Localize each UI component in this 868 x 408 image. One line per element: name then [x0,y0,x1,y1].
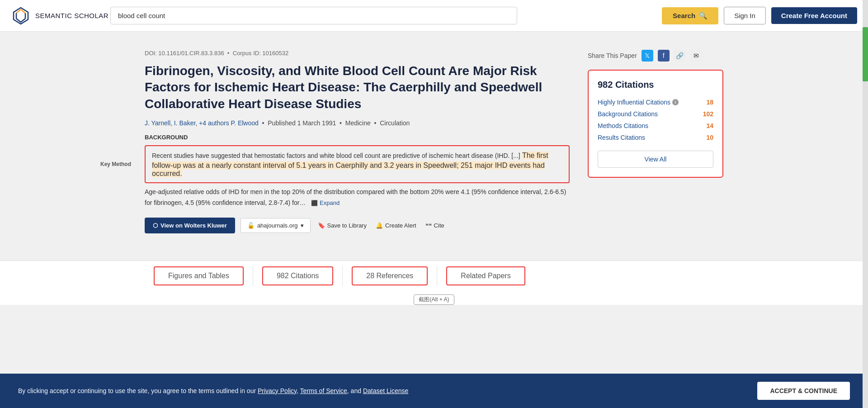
results-citations-count: 10 [706,134,713,141]
background-citations-count: 102 [703,110,713,118]
tab-divider-1 [253,266,253,286]
influential-citations-count: 18 [706,99,713,106]
key-method-box: Key Method Recent studies have suggested… [145,145,570,183]
header-actions: Search 🔍 Sign In Create Free Account [662,7,857,24]
action-buttons: ⬡ View on Wolters Kluwer 🔓 ahajournals.o… [145,218,570,233]
screenshot-annotation: 截图(Alt + A) [0,294,868,305]
scrollbar-thumb[interactable] [863,27,868,81]
citation-row-methods: Methods Citations 14 [598,120,713,132]
paper-right: Share This Paper 𝕏 f 🔗 ✉ 982 Citations H… [588,50,723,233]
background-citations-label[interactable]: Background Citations [598,110,658,118]
create-account-button[interactable]: Create Free Account [771,7,857,24]
search-bar-wrapper [110,7,662,24]
view-on-wolters-button[interactable]: ⬡ View on Wolters Kluwer [145,218,235,233]
chevron-down-icon[interactable]: ▾ [301,222,304,229]
facebook-share-icon[interactable]: f [658,50,670,62]
abstract-after: Age-adjusted relative odds of IHD for me… [145,187,570,209]
key-method-label: Key Method [100,161,131,167]
signin-button[interactable]: Sign In [724,7,766,24]
citation-row-background: Background Citations 102 [598,108,713,120]
tabs-container: Figures and Tables 982 Citations 28 Refe… [118,261,750,291]
author-baker[interactable]: I. Baker [174,119,195,127]
tab-divider-3 [437,266,437,286]
info-icon[interactable]: i [672,99,679,105]
search-icon: 🔍 [699,12,708,20]
tab-references[interactable]: 28 References [352,266,428,285]
citations-card: 982 Citations Highly Influential Citatio… [588,70,723,178]
main-content: DOI: 10.1161/01.CIR.83.3.836 • Corpus ID… [118,32,750,242]
logo-icon [11,6,31,26]
paper-title: Fibrinogen, Viscosity, and White Blood C… [145,63,570,112]
results-citations-label[interactable]: Results Citations [598,134,645,141]
logo-text: SEMANTIC SCHOLAR [35,12,108,19]
expand-link[interactable]: ⬛ Expand [311,198,340,208]
journal-button[interactable]: 🔓 ahajournals.org ▾ [241,218,311,233]
tab-divider-2 [342,266,343,286]
tab-citations[interactable]: 982 Citations [262,266,333,285]
external-link-icon: ⬡ [153,222,158,229]
search-button[interactable]: Search 🔍 [662,7,718,24]
search-input[interactable] [110,7,517,24]
methods-citations-count: 14 [706,122,713,129]
authors-line: J. Yarnell, I. Baker, +4 authors P. Elwo… [145,119,570,127]
citation-row-results: Results Citations 10 [598,132,713,143]
scrollbar[interactable] [863,0,868,305]
twitter-share-icon[interactable]: 𝕏 [642,50,653,62]
influential-citations-label[interactable]: Highly Influential Citations i [598,99,679,106]
tab-figures-tables[interactable]: Figures and Tables [154,266,244,285]
citation-row-influential: Highly Influential Citations i 18 [598,96,713,108]
logo-area: SEMANTIC SCHOLAR [11,6,110,26]
save-to-library-button[interactable]: 🔖 Save to Library [316,218,368,232]
paper-left: DOI: 10.1161/01.CIR.83.3.836 • Corpus ID… [145,50,570,233]
section-label: BACKGROUND [145,134,570,141]
methods-citations-label[interactable]: Methods Citations [598,122,648,129]
doi-line: DOI: 10.1161/01.CIR.83.3.836 • Corpus ID… [145,50,570,57]
view-all-button[interactable]: View All [598,151,713,168]
author-yarnell[interactable]: J. Yarnell [145,119,170,127]
link-share-icon[interactable]: 🔗 [674,50,686,62]
header: SEMANTIC SCHOLAR Search 🔍 Sign In Create… [0,0,868,32]
lock-icon: 🔓 [247,222,255,229]
annotation-box: 截图(Alt + A) [414,294,454,305]
share-area: Share This Paper 𝕏 f 🔗 ✉ [588,50,723,62]
tabs-section: Figures and Tables 982 Citations 28 Refe… [0,261,868,305]
tab-related-papers[interactable]: Related Papers [446,266,525,285]
cite-icon: ❝❝ [425,222,432,229]
author-elwood[interactable]: P. Elwood [231,119,259,127]
author-more[interactable]: +4 authors [199,119,229,127]
bookmark-icon: 🔖 [318,222,325,229]
create-alert-button[interactable]: 🔔 Create Alert [374,218,418,232]
citations-title: 982 Citations [598,80,713,90]
bell-icon: 🔔 [376,222,383,229]
abstract-before: Recent studies have suggested that hemos… [152,152,520,159]
email-share-icon[interactable]: ✉ [690,50,702,62]
abstract-container: Key Method Recent studies have suggested… [145,145,570,208]
cite-button[interactable]: ❝❝ Cite [424,218,446,232]
